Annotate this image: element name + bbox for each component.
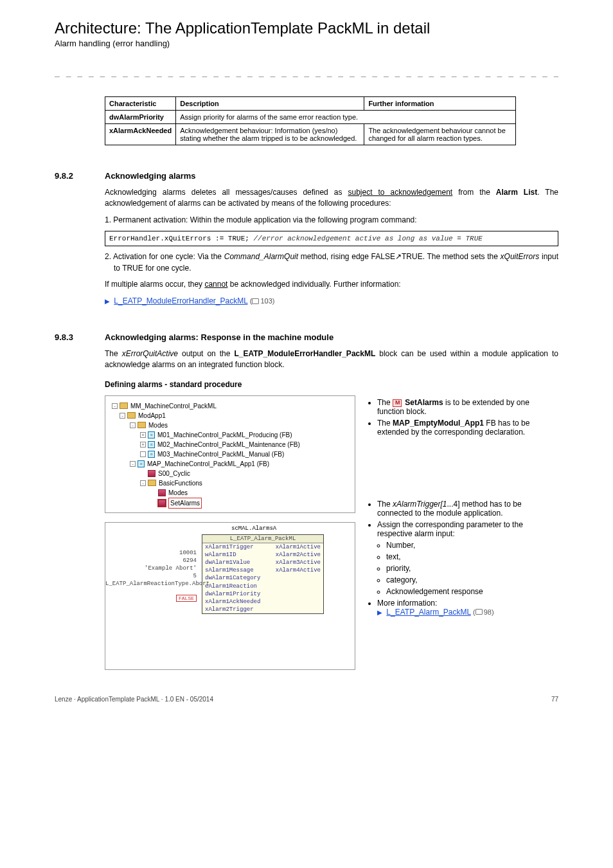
triangle-icon: ▶: [377, 609, 382, 616]
paragraph: The xErrorQuitActive output on the L_EAT…: [105, 348, 558, 371]
triangle-icon: ▶: [105, 298, 110, 305]
paragraph: If multiple alarms occur, they cannot be…: [105, 279, 558, 290]
list-item: text,: [386, 552, 558, 561]
section-title: Acknowledging alarms: [105, 171, 196, 181]
fbd-input-value: 'Example Abort': [105, 565, 197, 572]
section-title: Acknowledging alarms: Response in the ma…: [105, 332, 333, 342]
code-block: ErrorHandler.xQuitErrors := TRUE; //erro…: [105, 231, 558, 246]
tree-node: M01_MachineControl_PackML_Producing (FB): [157, 430, 292, 440]
list-item: The SetAlarms is to be extended by one f…: [377, 398, 558, 416]
tree-node: Modes: [168, 488, 188, 498]
tree-node: BasicFunctions: [159, 478, 202, 488]
cell-desc: Assign priority for alarms of the same e…: [176, 111, 516, 124]
col-header-characteristic: Characteristic: [105, 97, 176, 111]
characteristics-table: Characteristic Description Further infor…: [105, 96, 516, 145]
right-bullets: The SetAlarms is to be extended by one f…: [368, 395, 558, 670]
section-number: 9.8.3: [55, 332, 105, 342]
list-item: Assign the corresponding parameter to th…: [377, 520, 558, 596]
link-module-error-handler[interactable]: L_EATP_ModuleErrorHandler_PackML: [114, 296, 247, 305]
fbd-instance-name: scMAL.AlarmsA: [231, 525, 276, 532]
fbd-input-value: 5: [105, 573, 197, 579]
tree-node: MM_MachineControl_PackML: [130, 401, 217, 411]
method-icon: [158, 500, 166, 507]
list-item: Number,: [386, 541, 558, 550]
link-eatp-alarm[interactable]: L_EATP_Alarm_PackML: [386, 608, 470, 617]
tree-screenshot: -MM_MachineControl_PackML -ModApp1 -Mode…: [105, 395, 355, 513]
method-icon: [393, 399, 402, 407]
tree-node: MAP_MachineControl_PackML_App1 (FB): [147, 459, 269, 469]
paragraph: Acknowledging alarms deletes all message…: [105, 187, 558, 210]
table-row: xAlarmAckNeeded Acknowledgement behaviou…: [105, 124, 516, 145]
cell-char: dwAlarmPriority: [105, 111, 176, 124]
cross-reference: ▶ L_EATP_ModuleErrorHandler_PackML ( 103…: [105, 296, 558, 307]
footer-left: Lenze · ApplicationTemplate PackML · 1.0…: [55, 696, 213, 703]
col-header-further: Further information: [364, 97, 516, 111]
tree-node-selected: SetAlarms: [168, 498, 202, 509]
fbd-input-value: L_EATP_AlarmReactionType.Abort: [105, 581, 197, 587]
table-row: dwAlarmPriority Assign priority for alar…: [105, 111, 516, 124]
cell-desc: Acknowledgement behaviour: Information (…: [176, 124, 364, 145]
fbd-input-value: 10001: [105, 550, 197, 556]
list-item: 1. Permanent activation: Within the modu…: [105, 215, 558, 226]
page-title: Architecture: The ApplicationTemplate Pa…: [55, 19, 558, 37]
fbd-input-value: 6294: [105, 557, 197, 564]
section-number: 9.8.2: [55, 171, 105, 181]
col-header-description: Description: [176, 97, 364, 111]
page-subtitle: Alarm handling (error handling): [55, 39, 558, 48]
tree-node: M02_MachineControl_PackML_Maintenance (F…: [157, 440, 300, 449]
cell-char: xAlarmAckNeeded: [105, 124, 176, 145]
tree-node: M03_MachineControl_PackML_Manual (FB): [157, 449, 284, 459]
tree-node: Modes: [148, 420, 168, 430]
cell-further: The acknowledgement behaviour cannot be …: [364, 124, 516, 145]
list-item: Acknowledgement response: [386, 587, 558, 596]
fbd-false-badge: FALSE: [176, 595, 197, 602]
book-icon: [252, 298, 259, 304]
list-item: More information: ▶ L_EATP_Alarm_PackML …: [377, 599, 558, 617]
list-item: category,: [386, 575, 558, 584]
tree-node: S00_Cyclic: [158, 469, 190, 478]
fbd-screenshot: scMAL.AlarmsA L_EATP_Alarm_PackML xAlarm…: [105, 522, 355, 670]
list-item: 2. Activation for one cycle: Via the Com…: [105, 251, 558, 274]
fbd-block-title: L_EATP_Alarm_PackML: [202, 535, 323, 543]
sub-heading: Defining alarms - standard procedure: [105, 380, 558, 389]
tree-node: ModApp1: [138, 411, 166, 420]
book-icon: [475, 609, 483, 615]
list-item: The xAlarmTrigger[1...4] method has to b…: [377, 500, 558, 518]
list-item: The MAP_EmptyModul_App1 FB has to be ext…: [377, 419, 558, 437]
page-number: 77: [551, 696, 558, 703]
list-item: priority,: [386, 564, 558, 573]
separator-line: _ _ _ _ _ _ _ _ _ _ _ _ _ _ _ _ _ _ _ _ …: [55, 68, 558, 77]
